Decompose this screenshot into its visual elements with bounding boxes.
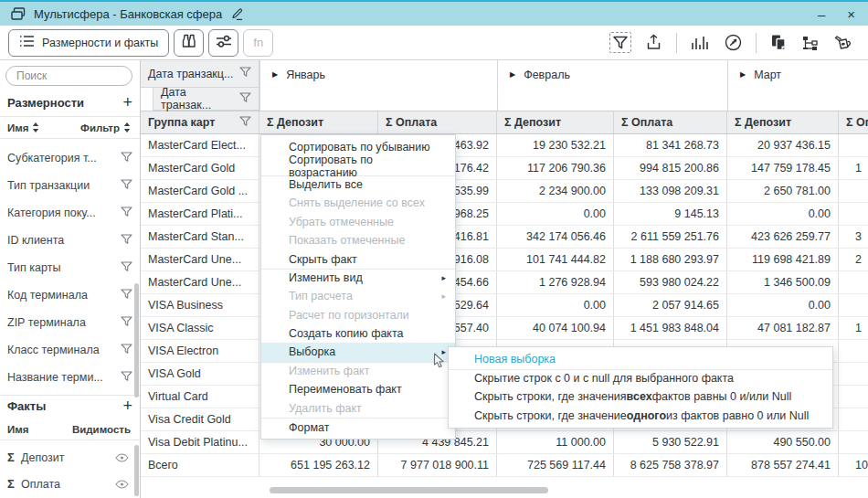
search-input[interactable] xyxy=(5,66,132,86)
dimension-item[interactable]: Субкатегория т... xyxy=(0,144,140,172)
hierarchy-button[interactable] xyxy=(801,35,820,51)
filter-funnel-icon[interactable] xyxy=(121,371,132,385)
value-cell[interactable]: 994 815 200.86 xyxy=(614,157,727,179)
row-label-cell[interactable]: MasterCard Elect... xyxy=(141,134,259,156)
filter-funnel-icon[interactable] xyxy=(121,344,132,357)
value-cell[interactable]: 8 625 758 378.97 xyxy=(614,454,727,476)
row-label-cell[interactable]: VISA Classic xyxy=(141,317,259,339)
value-cell[interactable]: 133 098 209.31 xyxy=(614,180,727,202)
dimensions-name-col[interactable]: Имя xyxy=(7,122,28,133)
value-cell[interactable]: 725 569 117.44 xyxy=(497,454,614,476)
settings-sliders-button[interactable] xyxy=(208,29,238,57)
dashboard-button[interactable] xyxy=(725,34,742,51)
value-cell[interactable]: 2 234 900.00 xyxy=(497,180,614,202)
copy-sphere-button[interactable] xyxy=(770,34,788,51)
value-cell[interactable]: 2 xyxy=(839,249,868,270)
expand-triangle-icon[interactable]: ▶ xyxy=(510,69,515,79)
row-dimension-cell[interactable]: Дата транзакц... xyxy=(141,60,259,88)
row-label-cell[interactable]: MasterCard Gold ... xyxy=(141,180,259,202)
month-header-cell[interactable]: ▶ Январь xyxy=(259,60,497,111)
row-label-cell[interactable]: VISA Gold xyxy=(141,363,259,385)
dimension-item[interactable]: Тип транзакции xyxy=(0,172,140,199)
context-menu-item[interactable]: Расчет по горизонтали ▸ xyxy=(261,306,455,324)
context-menu-item[interactable]: Создать копию факта ▸ xyxy=(261,324,455,343)
submenu-item[interactable]: Новая выборка xyxy=(449,350,832,369)
filter-funnel-icon[interactable] xyxy=(239,92,251,106)
sort-icon[interactable] xyxy=(32,122,39,132)
horizontal-scrollbar-thumb[interactable] xyxy=(270,487,548,493)
value-cell[interactable] xyxy=(839,386,868,408)
context-menu-item[interactable]: Формат ▸ xyxy=(261,418,455,436)
context-menu-item[interactable]: Показать отмеченные ▸ xyxy=(261,231,455,249)
row-label-cell[interactable]: VISA Business xyxy=(141,294,259,316)
facts-scrollbar-thumb[interactable] xyxy=(134,445,139,496)
filter-funnel-icon[interactable] xyxy=(121,316,132,330)
value-cell[interactable]: 1 xyxy=(839,317,868,339)
value-cell[interactable]: 1 276 928.94 xyxy=(497,271,614,293)
filter-funnel-icon[interactable] xyxy=(121,261,132,275)
row-label-cell[interactable]: MasterCard Une... xyxy=(141,271,259,293)
dimension-item[interactable]: Класс терминала xyxy=(0,336,140,364)
filter-toggle-button[interactable] xyxy=(609,32,631,53)
filter-funnel-icon[interactable] xyxy=(121,179,132,193)
value-cell[interactable]: 10 xyxy=(839,454,868,476)
value-cell[interactable]: 1 188 680 293.97 xyxy=(614,249,727,270)
submenu-item[interactable]: Скрыть строки, где значение одного из фа… xyxy=(449,407,832,426)
filter-funnel-icon[interactable] xyxy=(121,152,132,165)
charts-button[interactable] xyxy=(691,35,711,50)
value-cell[interactable]: 1 451 983 848.04 xyxy=(614,317,727,339)
measure-header-cell[interactable]: Σ Депозит xyxy=(259,111,378,133)
value-cell[interactable]: 0.00 xyxy=(727,294,839,316)
dimension-item[interactable]: Название терми... xyxy=(0,364,140,391)
value-cell[interactable]: 0.00 xyxy=(497,203,614,225)
month-header-cell[interactable]: ▶ Март xyxy=(727,60,868,111)
row-label-cell[interactable]: MasterCard Gold xyxy=(141,157,259,179)
add-dimension-button[interactable]: + xyxy=(122,94,132,111)
dimensions-facts-button[interactable]: Размерности и факты xyxy=(8,29,169,57)
row-label-cell[interactable]: Visa Debit Platinu... xyxy=(141,431,259,453)
filter-funnel-icon[interactable] xyxy=(239,67,251,80)
measure-header-cell[interactable]: Σ Оплата xyxy=(614,111,727,133)
dimension-item[interactable]: Категория поку... xyxy=(0,199,140,227)
value-cell[interactable]: 2 057 914.65 xyxy=(614,294,727,316)
minimize-button[interactable]: – xyxy=(818,7,825,21)
context-menu-item[interactable]: Выборка ▸ xyxy=(261,343,455,361)
value-cell[interactable]: 9 145.13 xyxy=(614,203,727,225)
value-cell[interactable] xyxy=(839,408,868,430)
filter-funnel-icon[interactable] xyxy=(121,207,132,220)
dimension-item[interactable]: ID клиента xyxy=(0,227,140,254)
value-cell[interactable] xyxy=(839,340,868,362)
context-menu-item[interactable]: Удалить факт ▸ xyxy=(261,398,455,417)
row-label-cell[interactable]: Visa Credit Gold xyxy=(141,408,259,430)
submenu-item[interactable]: Скрыть строки, где значения всех фактов … xyxy=(449,387,832,407)
dimensions-scrollbar-thumb[interactable] xyxy=(134,283,139,397)
nested-row-dimension-cell[interactable]: Дата транзак... xyxy=(153,88,259,111)
value-cell[interactable] xyxy=(839,134,868,156)
fn-button[interactable]: fn xyxy=(243,29,273,57)
context-menu-item[interactable]: Убрать отмеченные ▸ xyxy=(261,213,455,231)
context-menu-item[interactable]: Тип расчета ▸ xyxy=(261,287,455,305)
dimension-item[interactable]: Код терминала xyxy=(0,281,140,309)
row-label-cell[interactable]: VISA Electron xyxy=(141,340,259,362)
value-cell[interactable]: 7 977 018 900.11 xyxy=(378,454,497,476)
fact-item[interactable]: Σ Депозит xyxy=(0,444,140,471)
expand-triangle-icon[interactable]: ▶ xyxy=(740,69,746,79)
value-cell[interactable]: 119 698 421.89 xyxy=(727,249,839,270)
value-cell[interactable]: 117 206 790.36 xyxy=(497,157,614,179)
value-cell[interactable] xyxy=(839,271,868,293)
context-menu-item[interactable]: Переименовать факт ▸ xyxy=(261,380,455,398)
expand-triangle-icon[interactable]: ▶ xyxy=(272,69,278,79)
dimensions-filter-icon[interactable] xyxy=(99,97,111,109)
value-cell[interactable]: 5 930 522.91 xyxy=(614,431,727,453)
value-cell[interactable]: 81 341 268.73 xyxy=(614,134,727,156)
filter-funnel-icon[interactable] xyxy=(121,234,132,248)
value-cell[interactable]: 20 937 436.15 xyxy=(727,134,839,156)
value-cell[interactable]: 1 xyxy=(839,157,868,179)
value-cell[interactable]: 0.00 xyxy=(497,294,614,316)
row-label-cell[interactable]: MasterCard Une... xyxy=(141,249,259,270)
value-cell[interactable] xyxy=(839,180,868,202)
context-menu-item[interactable]: Снять выделение со всех ▸ xyxy=(261,194,455,212)
value-cell[interactable]: 47 081 182.87 xyxy=(727,317,839,339)
eye-icon[interactable] xyxy=(115,453,129,462)
edit-title-icon[interactable] xyxy=(230,7,244,21)
